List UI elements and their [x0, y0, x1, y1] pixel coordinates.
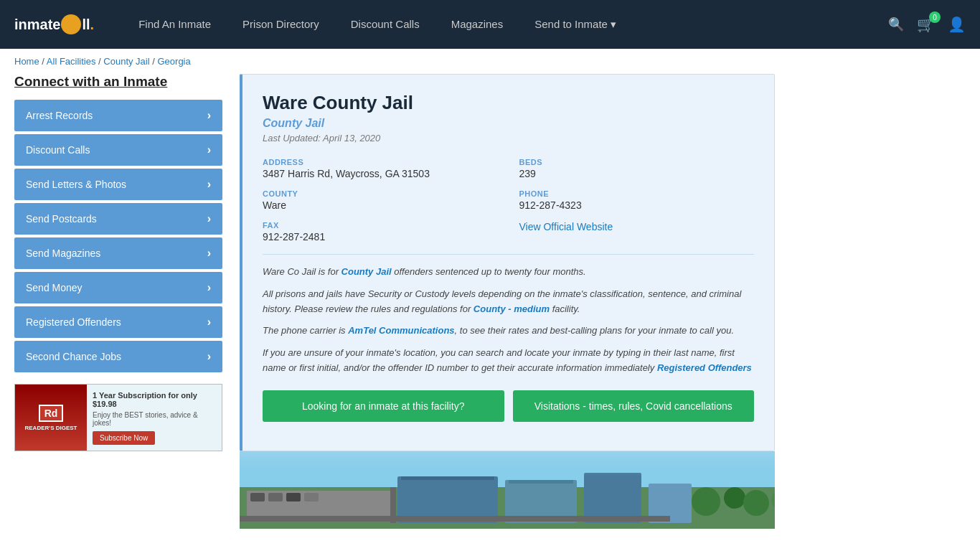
search-icon[interactable]: 🔍 — [888, 17, 904, 32]
sidebar-item-send-postcards[interactable]: Send Postcards › — [14, 203, 222, 235]
nav-links: Find An Inmate Prison Directory Discount… — [123, 2, 888, 47]
facility-type: County Jail — [263, 117, 754, 130]
logo-text2: ll — [82, 17, 90, 33]
nav-send-to-inmate[interactable]: Send to Inmate ▾ — [519, 2, 632, 47]
chevron-right-icon: › — [207, 281, 211, 294]
chevron-right-icon: › — [207, 316, 211, 329]
visitations-button[interactable]: Visitations - times, rules, Covid cancel… — [513, 390, 755, 422]
chevron-right-icon: › — [207, 247, 211, 260]
website-link[interactable]: View Official Website — [519, 221, 613, 232]
sidebar-item-label: Second Chance Jobs — [26, 351, 121, 362]
cart-wrapper[interactable]: 🛒 0 — [917, 16, 935, 33]
sidebar-item-label: Discount Calls — [26, 144, 90, 156]
amtel-link[interactable]: AmTel Communications — [348, 325, 454, 336]
county-medium-link[interactable]: County - medium — [473, 303, 550, 314]
info-address: ADDRESS 3487 Harris Rd, Waycross, GA 315… — [263, 158, 498, 179]
breadcrumb-all-facilities[interactable]: All Facilities — [47, 56, 96, 67]
county-label: COUNTY — [263, 189, 498, 198]
logo-dot: . — [90, 17, 95, 33]
logo[interactable]: inmate ll . — [14, 14, 94, 34]
facility-name: Ware County Jail — [263, 92, 754, 114]
breadcrumb: Home / All Facilities / County Jail / Ge… — [0, 49, 980, 74]
sidebar-item-registered-offenders[interactable]: Registered Offenders › — [14, 306, 222, 338]
beds-value: 239 — [519, 168, 755, 179]
chevron-right-icon: › — [207, 109, 211, 122]
ad-text-area: 1 Year Subscription for only $19.98 Enjo… — [87, 385, 222, 451]
svg-rect-5 — [286, 493, 301, 501]
info-website: View Official Website — [519, 221, 755, 242]
svg-rect-12 — [509, 480, 573, 484]
sidebar-item-discount-calls[interactable]: Discount Calls › — [14, 134, 222, 166]
facility-aerial-image — [240, 451, 775, 529]
phone-label: PHONE — [519, 189, 755, 198]
user-icon[interactable]: 👤 — [948, 16, 966, 33]
nav-discount-calls[interactable]: Discount Calls — [335, 2, 435, 47]
sidebar-item-label: Send Magazines — [26, 248, 100, 259]
sidebar-item-label: Send Letters & Photos — [26, 179, 126, 190]
main-container: Connect with an Inmate Arrest Records › … — [0, 74, 789, 529]
sidebar-item-second-chance-jobs[interactable]: Second Chance Jobs › — [14, 341, 222, 372]
description-4: If you are unsure of your inmate's locat… — [263, 346, 754, 376]
chevron-right-icon: › — [207, 178, 211, 191]
description-1: Ware Co Jail is for County Jail offender… — [263, 265, 754, 280]
ad-line1: 1 Year Subscription for only $19.98 — [93, 391, 216, 408]
svg-rect-4 — [268, 493, 283, 501]
svg-point-16 — [724, 487, 745, 509]
registered-offenders-link[interactable]: Registered Offenders — [657, 362, 752, 373]
county-jail-link1[interactable]: County Jail — [341, 266, 392, 277]
ad-banner[interactable]: Rd READER'S DIGEST 1 Year Subscription f… — [14, 384, 222, 451]
find-inmate-button[interactable]: Looking for an inmate at this facility? — [263, 390, 504, 422]
beds-label: BEDS — [519, 158, 755, 166]
breadcrumb-home[interactable]: Home — [14, 56, 39, 67]
info-fax: FAX 912-287-2481 — [263, 221, 498, 242]
sidebar-item-send-letters-photos[interactable]: Send Letters & Photos › — [14, 169, 222, 200]
cart-badge: 0 — [929, 11, 941, 23]
description-2: All prisons and jails have Security or C… — [263, 287, 754, 317]
svg-rect-3 — [250, 493, 265, 501]
svg-rect-11 — [401, 476, 494, 480]
action-buttons: Looking for an inmate at this facility? … — [263, 390, 754, 422]
sidebar-title: Connect with an Inmate — [14, 74, 222, 90]
sidebar-item-send-money[interactable]: Send Money › — [14, 272, 222, 303]
ad-logo: Rd — [39, 405, 64, 422]
ad-image-strip: Rd READER'S DIGEST — [15, 385, 87, 451]
svg-rect-14 — [390, 487, 396, 523]
breadcrumb-state[interactable]: Georgia — [157, 56, 190, 67]
logo-icon — [61, 14, 81, 34]
nav-magazines[interactable]: Magazines — [435, 2, 519, 47]
sidebar-item-label: Arrest Records — [26, 110, 93, 121]
navbar-right: 🔍 🛒 0 👤 — [888, 16, 966, 33]
facility-card: Ware County Jail County Jail Last Update… — [240, 74, 775, 451]
chevron-right-icon: › — [207, 350, 211, 363]
sidebar-item-label: Send Money — [26, 282, 83, 293]
address-value: 3487 Harris Rd, Waycross, GA 31503 — [263, 168, 498, 179]
svg-rect-21 — [240, 451, 775, 476]
sidebar-item-send-magazines[interactable]: Send Magazines › — [14, 237, 222, 269]
svg-point-17 — [743, 490, 769, 516]
chevron-right-icon: › — [207, 212, 211, 225]
description-3: The phone carrier is AmTel Communication… — [263, 324, 754, 339]
svg-rect-6 — [304, 493, 319, 501]
info-phone: PHONE 912-287-4323 — [519, 189, 755, 211]
sidebar: Connect with an Inmate Arrest Records › … — [14, 74, 222, 529]
phone-value: 912-287-4323 — [519, 199, 755, 211]
svg-rect-13 — [240, 516, 670, 522]
logo-text: inmate — [14, 17, 60, 33]
nav-prison-directory[interactable]: Prison Directory — [227, 2, 335, 47]
fax-value: 912-287-2481 — [263, 231, 498, 242]
sidebar-item-label: Registered Offenders — [26, 316, 121, 328]
ad-brand: READER'S DIGEST — [24, 425, 77, 431]
divider — [263, 254, 754, 255]
content-area: Ware County Jail County Jail Last Update… — [240, 74, 775, 529]
chevron-right-icon: › — [207, 143, 211, 156]
address-label: ADDRESS — [263, 158, 498, 166]
breadcrumb-county-jail[interactable]: County Jail — [103, 56, 149, 67]
county-value: Ware — [263, 199, 498, 211]
nav-find-inmate[interactable]: Find An Inmate — [123, 2, 227, 47]
fax-label: FAX — [263, 221, 498, 230]
facility-updated: Last Updated: April 13, 2020 — [263, 133, 754, 143]
info-beds: BEDS 239 — [519, 158, 755, 179]
ad-cta-button[interactable]: Subscribe Now — [93, 431, 155, 445]
sidebar-item-arrest-records[interactable]: Arrest Records › — [14, 100, 222, 131]
svg-point-15 — [692, 487, 720, 516]
